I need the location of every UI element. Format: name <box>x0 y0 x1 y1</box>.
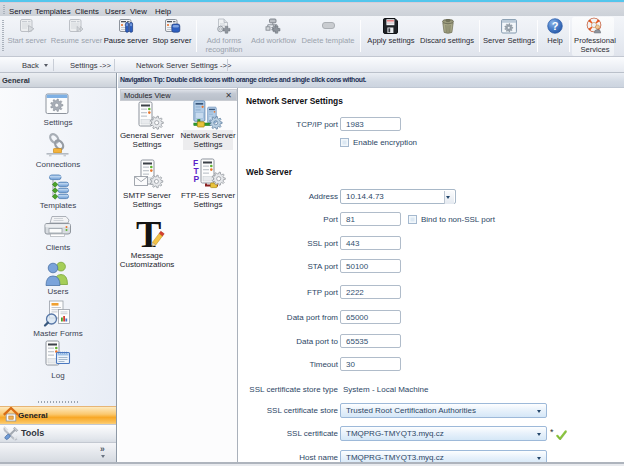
svg-text:T: T <box>136 216 161 252</box>
svg-text:P: P <box>193 174 199 184</box>
svg-text:?: ? <box>552 20 559 32</box>
